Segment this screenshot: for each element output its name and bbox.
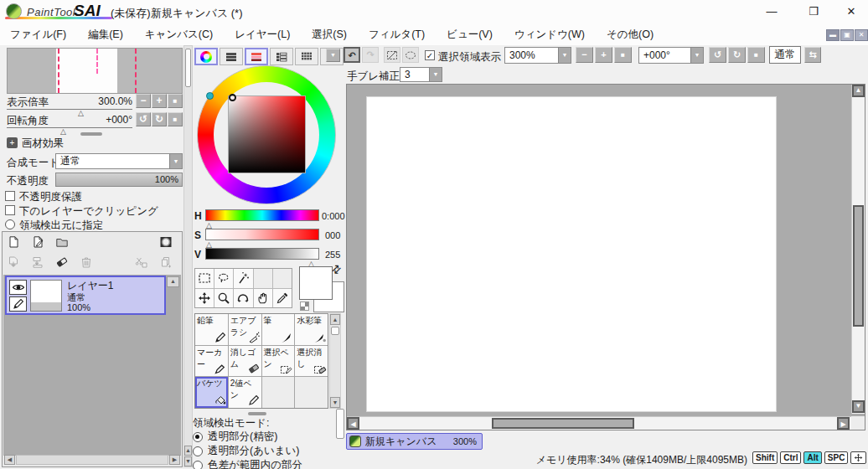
color-tab-color-wheel[interactable] bbox=[194, 48, 218, 65]
zoom-out-button[interactable]: − bbox=[136, 94, 151, 108]
mdi-restore-button[interactable]: ▣ bbox=[840, 29, 854, 41]
layer-hscroll-track[interactable] bbox=[16, 455, 168, 465]
preserve-opacity-checkbox[interactable] bbox=[5, 191, 15, 201]
clear-layer-button[interactable] bbox=[55, 255, 74, 272]
canvas-zoom-in-button[interactable]: + bbox=[595, 47, 612, 63]
canvas-scroll-up-button[interactable]: ▲ bbox=[852, 85, 865, 97]
angle-slider-track[interactable] bbox=[7, 127, 132, 128]
lasso-tool[interactable] bbox=[214, 269, 233, 288]
cut-merge-button[interactable] bbox=[135, 255, 153, 272]
left-panel-scroll-thumb[interactable] bbox=[185, 49, 191, 87]
brush-cell-0[interactable]: 鉛筆 bbox=[195, 314, 228, 345]
brush-scrollbar[interactable]: ▲ ▼ bbox=[329, 313, 341, 409]
brush-scroll-thumb[interactable] bbox=[331, 327, 339, 335]
brush-cell-9[interactable]: 2値ペン bbox=[229, 377, 261, 408]
brush-cell-4[interactable]: マーカー bbox=[195, 346, 228, 377]
color-tab-swatches[interactable] bbox=[295, 48, 318, 65]
rotate-reset-button[interactable]: ■ bbox=[168, 112, 183, 126]
left-panel-scroll-down-button[interactable]: ▼ bbox=[184, 456, 192, 466]
menu-item-4[interactable]: 選択(S) bbox=[312, 28, 347, 42]
new-folder-button[interactable] bbox=[55, 235, 74, 252]
window-close-button[interactable]: ✕ bbox=[838, 3, 865, 20]
canvas-scroll-left-button[interactable]: ◀ bbox=[347, 417, 359, 430]
brush-cell-6[interactable]: 選択ペン bbox=[262, 346, 295, 377]
transparency-checker-icon[interactable] bbox=[300, 302, 309, 311]
detection-option-1[interactable]: 透明部分(あいまい) bbox=[193, 444, 300, 458]
hand-tool[interactable] bbox=[254, 289, 272, 308]
color-tab-color-mixer[interactable] bbox=[270, 48, 293, 65]
rect-select-tool[interactable] bbox=[195, 269, 214, 288]
mdi-close-button[interactable]: ✕ bbox=[855, 29, 868, 41]
detection-option-2[interactable]: 色差が範囲内の部分 bbox=[193, 458, 302, 469]
eyedropper-tool[interactable] bbox=[273, 289, 292, 308]
canvas[interactable] bbox=[366, 96, 777, 412]
zoom-slider-track[interactable] bbox=[7, 109, 132, 110]
opacity-slider[interactable]: 100% bbox=[55, 173, 183, 187]
canvas-angle-select[interactable]: +000° ▼ bbox=[638, 47, 704, 64]
menu-item-8[interactable]: その他(O) bbox=[607, 28, 654, 42]
radio-selected-icon[interactable] bbox=[193, 432, 203, 442]
radio-icon[interactable] bbox=[193, 446, 203, 456]
selection-source-radio[interactable] bbox=[5, 219, 15, 229]
color-tab-hsv-sliders[interactable] bbox=[245, 48, 268, 65]
canvas-scroll-right-button[interactable]: ▶ bbox=[837, 417, 850, 430]
left-panel-scroll-up-button[interactable]: ▲ bbox=[184, 446, 192, 456]
zoom-reset-button[interactable]: ■ bbox=[168, 94, 183, 108]
expand-icon[interactable]: + bbox=[7, 137, 18, 148]
menu-item-3[interactable]: レイヤー(L) bbox=[235, 28, 290, 42]
layer-hscroll-right-button[interactable]: ▶ bbox=[169, 455, 180, 465]
layer-mask-button[interactable] bbox=[159, 235, 178, 252]
menu-item-2[interactable]: キャンバス(C) bbox=[145, 28, 213, 42]
menu-item-1[interactable]: 編集(E) bbox=[88, 28, 123, 42]
hue-slider[interactable] bbox=[205, 209, 319, 221]
layer-scroll-up-button[interactable]: ▲ bbox=[167, 276, 179, 287]
detection-option-0[interactable]: 透明部分(精密) bbox=[193, 430, 277, 444]
brush-scroll-up-button[interactable]: ▲ bbox=[330, 314, 340, 325]
canvas-rotate-ccw-button[interactable]: ↺ bbox=[709, 47, 726, 63]
brush-cell-1[interactable]: エアブラシ bbox=[229, 314, 261, 345]
canvas-angle-reset-button[interactable]: ■ bbox=[747, 47, 765, 63]
menu-item-7[interactable]: ウィンドウ(W) bbox=[514, 28, 585, 42]
chevron-down-icon[interactable]: ▼ bbox=[558, 48, 571, 63]
layer-visibility-toggle[interactable] bbox=[9, 280, 27, 295]
merge-down-button[interactable] bbox=[31, 255, 49, 272]
layer-hscroll-left-button[interactable]: ◀ bbox=[4, 455, 15, 465]
radio-icon[interactable] bbox=[193, 461, 203, 469]
toolbar-dropdown-button[interactable]: ▼ bbox=[326, 49, 340, 62]
menu-item-5[interactable]: フィルタ(T) bbox=[369, 28, 425, 42]
transfer-down-button[interactable] bbox=[7, 255, 25, 272]
color-tab-rgb-sliders[interactable] bbox=[220, 48, 243, 65]
brush-scroll-down-button[interactable]: ▼ bbox=[330, 397, 340, 408]
stabilizer-select[interactable]: 3 ▼ bbox=[400, 67, 442, 82]
brush-cell-5[interactable]: 消しゴム bbox=[229, 346, 261, 377]
reselect-button[interactable] bbox=[402, 47, 419, 63]
swap-view-button[interactable]: ⇆ bbox=[804, 47, 821, 63]
canvas-scroll-down-button[interactable]: ▼ bbox=[852, 400, 865, 413]
new-pen-layer-button[interactable] bbox=[31, 235, 49, 252]
brush-cell-3[interactable]: 水彩筆 bbox=[295, 314, 328, 345]
clipping-group-checkbox[interactable] bbox=[5, 205, 15, 215]
hue-marker[interactable] bbox=[206, 92, 214, 100]
value-slider[interactable] bbox=[205, 248, 319, 260]
angle-slider-handle[interactable]: △ bbox=[60, 128, 66, 136]
window-minimize-button[interactable]: — bbox=[758, 3, 785, 20]
saturation-slider[interactable] bbox=[205, 229, 319, 240]
move-tool[interactable] bbox=[195, 289, 214, 308]
delete-layer-button[interactable] bbox=[80, 255, 98, 272]
deselect-button[interactable] bbox=[384, 47, 400, 63]
rotate-tool[interactable] bbox=[234, 289, 252, 308]
new-layer-button[interactable] bbox=[7, 235, 25, 252]
chevron-down-icon[interactable]: ▼ bbox=[429, 68, 442, 81]
duplicate-layer-button[interactable] bbox=[159, 255, 178, 272]
blend-mode-select[interactable]: 通常 ▼ bbox=[55, 153, 183, 169]
layer-row-selected[interactable]: レイヤー1 通常 100% bbox=[5, 276, 166, 315]
middle-panel-scroll-thumb[interactable] bbox=[336, 409, 344, 439]
canvas-rotate-cw-button[interactable]: ↻ bbox=[728, 47, 746, 63]
left-panel-scrollbar[interactable]: ▲ ▼ bbox=[183, 45, 193, 467]
saturation-value-square[interactable] bbox=[228, 95, 306, 173]
canvas-hscroll-thumb[interactable] bbox=[492, 418, 634, 429]
chevron-down-icon[interactable]: ▼ bbox=[690, 48, 703, 63]
window-maximize-button[interactable]: ❒ bbox=[800, 3, 827, 20]
redo-button[interactable]: ↷ bbox=[362, 47, 379, 63]
canvas-zoom-out-button[interactable]: − bbox=[576, 47, 593, 63]
